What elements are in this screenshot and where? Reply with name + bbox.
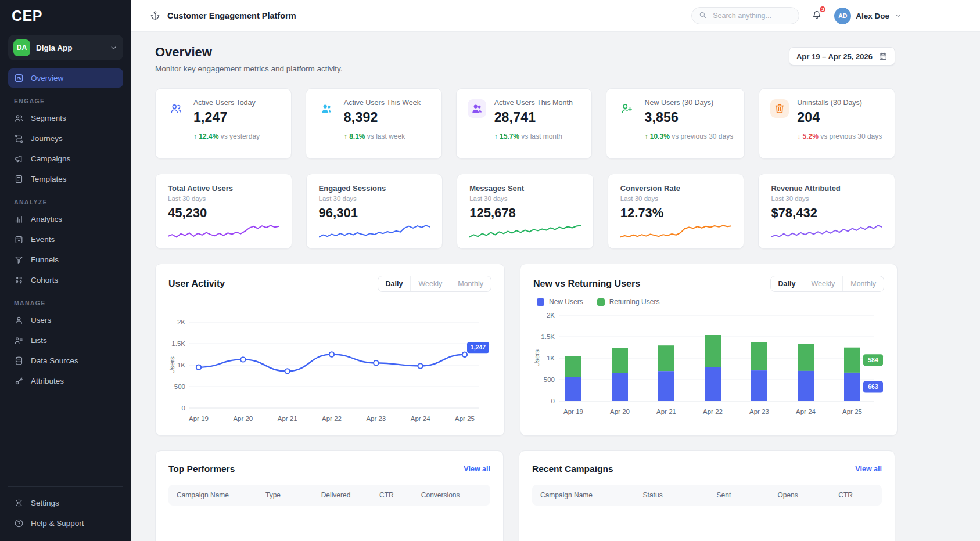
tab-monthly[interactable]: Monthly bbox=[450, 276, 491, 291]
stat-card-active-users-this-month: Active Users This Month28,741↑ 15.7% vs … bbox=[456, 88, 593, 159]
stat-text: New Users (30 Days)3,856 bbox=[644, 99, 713, 125]
stat-label: Active Users Today bbox=[193, 99, 256, 107]
view-all-link[interactable]: View all bbox=[855, 465, 882, 473]
sidebar-item-users[interactable]: Users bbox=[8, 311, 123, 330]
sparkline bbox=[319, 223, 430, 239]
sidebar-item-journeys[interactable]: Journeys bbox=[8, 129, 123, 148]
trend-sublabel: Last 30 days bbox=[168, 195, 279, 202]
user-menu[interactable]: AD Alex Doe bbox=[834, 8, 902, 24]
sidebar: CEP DA Digia App OverviewENGAGESegmentsJ… bbox=[0, 0, 131, 541]
chevron-down-icon bbox=[894, 12, 902, 20]
sidebar-item-cohorts[interactable]: Cohorts bbox=[8, 270, 123, 290]
new-vs-returning-card: New vs Returning Users DailyWeeklyMonthl… bbox=[520, 264, 898, 436]
legend-label: New Users bbox=[549, 298, 583, 306]
stat-delta: ↓ 5.2% vs previous 30 days bbox=[770, 132, 884, 140]
svg-text:1.5K: 1.5K bbox=[541, 333, 555, 340]
chart-range-tabs: DailyWeeklyMonthly bbox=[770, 276, 884, 292]
chevron-down-icon bbox=[109, 44, 118, 52]
svg-text:Apr 25: Apr 25 bbox=[455, 415, 475, 422]
stat-value: 3,856 bbox=[644, 110, 713, 125]
notifications-button[interactable]: 3 bbox=[811, 9, 823, 23]
svg-text:500: 500 bbox=[174, 383, 185, 390]
svg-text:Apr 20: Apr 20 bbox=[233, 415, 253, 422]
sidebar-item-settings[interactable]: Settings bbox=[8, 493, 123, 513]
section-label-analyze: ANALYZE bbox=[14, 199, 117, 205]
sidebar-item-overview[interactable]: Overview bbox=[8, 68, 123, 88]
global-search[interactable] bbox=[691, 7, 799, 24]
legend-item-returning-users[interactable]: Returning Users bbox=[597, 298, 660, 306]
user-avatar: AD bbox=[834, 8, 851, 24]
trend-value: 96,301 bbox=[319, 205, 430, 221]
sparkline bbox=[168, 223, 279, 239]
sidebar-item-label: Cohorts bbox=[31, 276, 58, 284]
user-name: Alex Doe bbox=[856, 12, 889, 20]
tab-daily[interactable]: Daily bbox=[378, 276, 411, 291]
svg-text:1,247: 1,247 bbox=[471, 344, 486, 351]
stat-top: Active Users Today1,247 bbox=[167, 99, 280, 125]
sidebar-footer: SettingsHelp & Support bbox=[8, 486, 123, 541]
sidebar-item-label: Analytics bbox=[31, 215, 62, 223]
column-header-type: Type bbox=[265, 491, 321, 499]
tab-daily[interactable]: Daily bbox=[771, 276, 803, 291]
svg-text:500: 500 bbox=[544, 376, 555, 383]
sidebar-item-label: Help & Support bbox=[31, 519, 84, 528]
chart-header: User Activity DailyWeeklyMonthly bbox=[168, 276, 491, 292]
sidebar-item-label: Users bbox=[31, 316, 51, 324]
table-header: Top PerformersView all bbox=[168, 464, 490, 474]
search-input[interactable] bbox=[712, 11, 792, 20]
svg-text:663: 663 bbox=[868, 383, 878, 390]
trend-card-conversion-rate: Conversion RateLast 30 days12.73% bbox=[608, 174, 745, 249]
svg-text:1.5K: 1.5K bbox=[171, 340, 185, 347]
sidebar-item-analytics[interactable]: Analytics bbox=[8, 210, 123, 229]
sidebar-item-label: Campaigns bbox=[31, 154, 70, 163]
sidebar-item-help-support[interactable]: Help & Support bbox=[8, 514, 123, 533]
sidebar-item-attributes[interactable]: Attributes bbox=[8, 372, 123, 391]
column-header-sent: Sent bbox=[717, 491, 778, 499]
legend-item-new-users[interactable]: New Users bbox=[537, 298, 583, 306]
workspace-name: Digia App bbox=[36, 44, 103, 52]
tab-weekly[interactable]: Weekly bbox=[410, 276, 450, 291]
new-vs-returning-plot: 05001K1.5K2KUsersApr 19Apr 20Apr 21Apr 2… bbox=[533, 309, 884, 435]
svg-text:Apr 19: Apr 19 bbox=[563, 408, 583, 415]
column-header-campaign-name: Campaign Name bbox=[540, 491, 643, 499]
users-filled-icon bbox=[317, 99, 336, 118]
chart-header: New vs Returning Users DailyWeeklyMonthl… bbox=[533, 276, 884, 292]
user-activity-svg: 05001K1.5K2KUsersApr 19Apr 20Apr 21Apr 2… bbox=[168, 305, 491, 428]
users-icon bbox=[14, 113, 24, 123]
column-header-delivered: Delivered bbox=[321, 491, 379, 499]
table-column-headers: Campaign NameTypeDeliveredCTRConversions bbox=[168, 485, 490, 506]
workspace-selector[interactable]: DA Digia App bbox=[8, 35, 123, 60]
stat-label: Active Users This Month bbox=[494, 99, 573, 107]
sidebar-item-events[interactable]: Events bbox=[8, 230, 123, 249]
notification-badge: 3 bbox=[819, 5, 827, 13]
table-column-headers: Campaign NameStatusSentOpensCTR bbox=[532, 485, 882, 506]
tab-monthly[interactable]: Monthly bbox=[842, 276, 884, 291]
delta-down: ↓ 5.2% bbox=[797, 132, 819, 140]
megaphone-icon bbox=[14, 154, 24, 164]
view-all-link[interactable]: View all bbox=[464, 465, 490, 473]
sidebar-item-campaigns[interactable]: Campaigns bbox=[8, 149, 123, 168]
calendar-icon bbox=[878, 52, 888, 61]
sparkline bbox=[620, 223, 732, 239]
chart-title: User Activity bbox=[168, 279, 225, 289]
trend-value: 12.73% bbox=[620, 205, 732, 221]
trend-label: Revenue Attributed bbox=[771, 184, 882, 193]
sidebar-item-lists[interactable]: Lists bbox=[8, 331, 123, 350]
sidebar-item-templates[interactable]: Templates bbox=[8, 169, 123, 189]
stat-delta: ↑ 8.1% vs last week bbox=[317, 132, 430, 140]
sidebar-item-segments[interactable]: Segments bbox=[8, 109, 123, 128]
sidebar-item-funnels[interactable]: Funnels bbox=[8, 250, 123, 269]
tab-weekly[interactable]: Weekly bbox=[803, 276, 842, 291]
sidebar-item-data-sources[interactable]: Data Sources bbox=[8, 351, 123, 370]
sidebar-item-label: Data Sources bbox=[31, 356, 78, 365]
stat-text: Uninstalls (30 Days)204 bbox=[797, 99, 862, 125]
stat-cards-row: Active Users Today1,247↑ 12.4% vs yester… bbox=[155, 88, 895, 159]
svg-text:Apr 21: Apr 21 bbox=[278, 415, 297, 422]
date-range-picker[interactable]: Apr 19 – Apr 25, 2026 bbox=[789, 47, 895, 66]
sidebar-item-label: Settings bbox=[31, 499, 59, 507]
stat-value: 1,247 bbox=[193, 110, 256, 125]
stat-card-active-users-today: Active Users Today1,247↑ 12.4% vs yester… bbox=[155, 88, 292, 159]
stat-label: Uninstalls (30 Days) bbox=[797, 99, 862, 107]
charts-row: User Activity DailyWeeklyMonthly 05001K1… bbox=[155, 264, 895, 436]
trend-cards-row: Total Active UsersLast 30 days45,230Enga… bbox=[155, 174, 895, 249]
